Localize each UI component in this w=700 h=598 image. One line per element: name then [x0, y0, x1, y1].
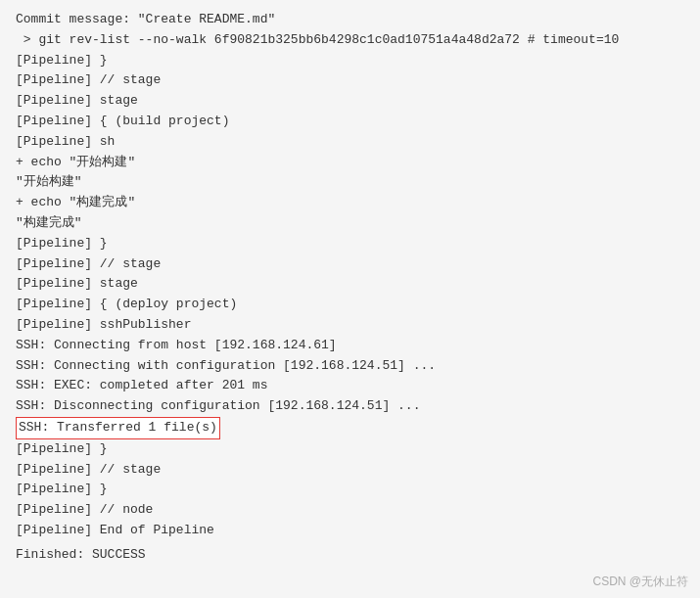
- terminal-line: SSH: Connecting with configuration [192.…: [16, 356, 684, 377]
- terminal-line: [Pipeline] // node: [16, 500, 684, 521]
- terminal-output: Commit message: "Create README.md" > git…: [0, 0, 700, 598]
- terminal-line: SSH: EXEC: completed after 201 ms: [16, 376, 684, 396]
- terminal-line: [Pipeline] }: [16, 439, 684, 460]
- terminal-line: [Pipeline] }: [16, 480, 684, 500]
- terminal-line: SSH: Connecting from host [192.168.124.6…: [16, 336, 684, 356]
- terminal-line: > git rev-list --no-walk 6f90821b325bb6b…: [16, 30, 684, 51]
- terminal-line: + echo "构建完成": [16, 193, 684, 213]
- watermark: CSDN @无休止符: [592, 574, 688, 590]
- terminal-line: [Pipeline] { (build project): [16, 112, 684, 132]
- terminal-line: "开始构建": [16, 172, 684, 193]
- terminal-line: "构建完成": [16, 213, 684, 234]
- terminal-line: [Pipeline] sh: [16, 132, 684, 153]
- terminal-line: [Pipeline] { (deploy project): [16, 295, 684, 315]
- terminal-line: [Pipeline] stage: [16, 274, 684, 295]
- terminal-line: [Pipeline] stage: [16, 91, 684, 112]
- terminal-line: [Pipeline] End of Pipeline: [16, 521, 684, 541]
- terminal-line: Commit message: "Create README.md": [16, 10, 684, 30]
- terminal-line: [Pipeline] // stage: [16, 460, 684, 481]
- terminal-line: + echo "开始构建": [16, 153, 684, 173]
- terminal-line: [Pipeline] // stage: [16, 70, 684, 91]
- terminal-line: [Pipeline] }: [16, 234, 684, 254]
- terminal-line: [Pipeline] // stage: [16, 254, 684, 275]
- terminal-line: SSH: Transferred 1 file(s): [16, 417, 684, 439]
- terminal-line: Finished: SUCCESS: [16, 545, 684, 566]
- terminal-line: [Pipeline] sshPublisher: [16, 315, 684, 336]
- terminal-line: SSH: Disconnecting configuration [192.16…: [16, 396, 684, 417]
- terminal-line: [Pipeline] }: [16, 51, 684, 71]
